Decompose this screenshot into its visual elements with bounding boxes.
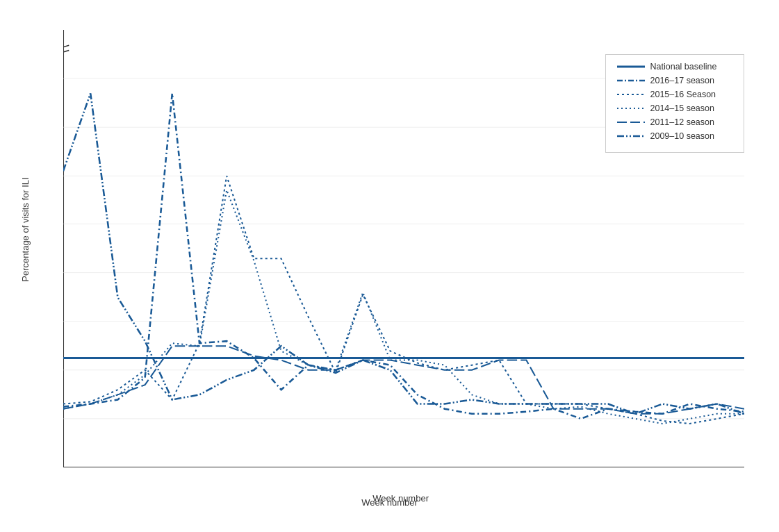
legend-label-2016: 2016–17 season — [650, 76, 714, 85]
legend-item-2014: 2014–15 season — [617, 103, 732, 113]
legend-line-2011 — [617, 117, 645, 127]
legend-label-2014: 2014–15 season — [650, 103, 714, 113]
x-axis-label: Week number — [372, 493, 429, 504]
legend-item-baseline: National baseline — [617, 62, 732, 72]
legend-item-2009: 2009–10 season — [617, 131, 732, 141]
chart-container: Percentage of visits for ILI Week number… — [15, 16, 765, 516]
legend-label-baseline: National baseline — [650, 62, 717, 72]
legend-line-baseline — [617, 62, 645, 72]
legend-item-2016: 2016–17 season — [617, 76, 732, 85]
legend-line-2009 — [617, 131, 645, 141]
legend: National baseline 2016–17 season 2015–16… — [605, 54, 744, 153]
legend-item-2015: 2015–16 Season — [617, 90, 732, 99]
legend-label-2009: 2009–10 season — [650, 131, 714, 141]
legend-item-2011: 2011–12 season — [617, 117, 732, 127]
legend-line-2016 — [617, 76, 645, 85]
legend-label-2011: 2011–12 season — [650, 117, 714, 127]
legend-line-2015 — [617, 90, 645, 99]
y-axis-label: Percentage of visits for ILI — [19, 177, 30, 281]
legend-line-2014 — [617, 103, 645, 113]
legend-label-2015: 2015–16 Season — [650, 90, 716, 99]
